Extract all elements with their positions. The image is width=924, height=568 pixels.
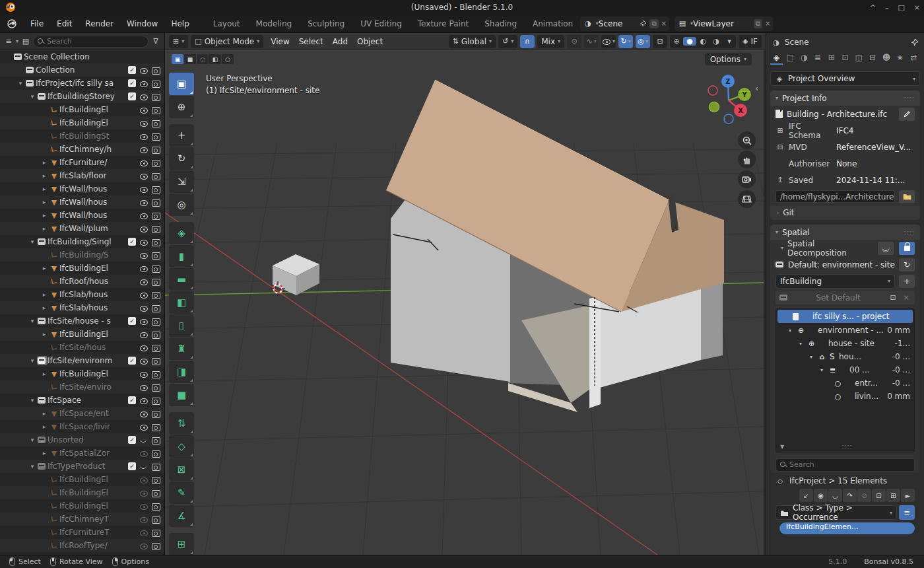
custom-object-tool[interactable]: ■ bbox=[169, 384, 194, 406]
git-subpanel[interactable]: › Git bbox=[770, 205, 920, 220]
visibility-eye-icon[interactable] bbox=[138, 396, 150, 405]
render-camera-icon[interactable] bbox=[150, 330, 162, 338]
render-camera-icon[interactable] bbox=[150, 92, 162, 100]
visibility-eye-icon[interactable] bbox=[138, 449, 150, 458]
shading-solid-button[interactable]: ● bbox=[683, 37, 696, 46]
render-camera-icon[interactable] bbox=[150, 79, 162, 87]
expand-arrow-icon[interactable] bbox=[40, 371, 49, 377]
expand-arrow-icon[interactable] bbox=[40, 450, 49, 456]
render-camera-icon[interactable] bbox=[150, 396, 162, 404]
zoom-button[interactable] bbox=[738, 131, 756, 149]
outliner-row[interactable]: IfcWall/hous bbox=[0, 182, 164, 195]
frame-elements-icon[interactable]: ⊞ bbox=[886, 489, 900, 502]
select-mode-circle[interactable]: ◌ bbox=[197, 54, 209, 64]
outliner-row[interactable]: IfcBuildingEl bbox=[0, 328, 164, 341]
furniture-tool[interactable]: ♜ bbox=[169, 337, 194, 360]
menu-item[interactable]: Help bbox=[164, 15, 195, 33]
outliner-row[interactable]: IfcBuilding/S bbox=[0, 248, 164, 262]
workspace-tab[interactable]: Shading bbox=[477, 15, 525, 33]
outliner-row[interactable]: IfcBuilding/Singl bbox=[0, 235, 164, 248]
expand-arrow-icon[interactable] bbox=[40, 186, 49, 192]
select-mode-box[interactable]: ■ bbox=[184, 54, 196, 64]
browse-file-button[interactable] bbox=[899, 190, 915, 203]
visibility-eye-icon[interactable] bbox=[138, 106, 150, 114]
workspace-tab[interactable]: Animation bbox=[525, 15, 575, 33]
explore-tool[interactable]: ◈ bbox=[169, 222, 194, 244]
tree-resize-handle[interactable]: ▼ bbox=[776, 441, 914, 452]
render-camera-icon[interactable] bbox=[150, 542, 162, 550]
visibility-eye-icon[interactable] bbox=[138, 159, 150, 167]
expand-arrow-icon[interactable] bbox=[40, 423, 49, 430]
expand-arrow-icon[interactable] bbox=[28, 318, 37, 324]
spatial-tree-row[interactable]: S hou... -0 ... bbox=[776, 350, 914, 363]
filter-icon[interactable]: ∇ bbox=[151, 37, 160, 46]
gizmos-toggle[interactable]: ↻▾ bbox=[618, 35, 633, 48]
expand-arrow-icon[interactable] bbox=[40, 304, 49, 311]
tab-quality[interactable]: ⊟ bbox=[867, 52, 879, 65]
expand-arrow-icon[interactable] bbox=[28, 93, 37, 100]
render-camera-icon[interactable] bbox=[150, 291, 162, 299]
collapse-hierarchy-icon[interactable]: ↙ bbox=[799, 489, 813, 502]
render-camera-icon[interactable] bbox=[150, 106, 162, 114]
visibility-eye-icon[interactable] bbox=[138, 92, 150, 101]
visibility-eye-icon[interactable] bbox=[138, 317, 150, 326]
outliner-row[interactable]: IfcRoofType/ bbox=[0, 539, 164, 552]
visibility-eye-icon[interactable] bbox=[138, 198, 150, 207]
render-camera-icon[interactable] bbox=[150, 489, 162, 497]
spatial-tree-row[interactable]: house - site -1... bbox=[776, 337, 914, 350]
viewport-menu-item[interactable]: View bbox=[266, 37, 294, 46]
render-camera-icon[interactable] bbox=[150, 436, 162, 444]
visibility-eye-icon[interactable] bbox=[138, 238, 150, 246]
render-camera-icon[interactable] bbox=[150, 343, 162, 351]
outliner-row[interactable]: IfcSpace/livir bbox=[0, 420, 164, 433]
viewport-menu-item[interactable]: Add bbox=[328, 37, 352, 46]
shading-material-button[interactable]: ◐ bbox=[696, 37, 710, 46]
menu-item[interactable]: File bbox=[24, 15, 50, 33]
render-camera-icon[interactable] bbox=[150, 502, 162, 510]
display-mode-icon[interactable]: ▤ bbox=[21, 37, 30, 46]
expand-arrow-icon[interactable] bbox=[28, 437, 37, 443]
structure-tool[interactable]: ⊠ bbox=[169, 458, 194, 481]
expand-arrow-icon[interactable] bbox=[40, 331, 49, 337]
visibility-eye-icon[interactable] bbox=[138, 502, 150, 511]
outliner-row[interactable]: IfcWall/hous bbox=[0, 209, 164, 222]
expand-arrow-icon[interactable] bbox=[40, 265, 49, 271]
delete-scene-button[interactable]: × bbox=[661, 20, 667, 27]
visibility-eye-icon[interactable] bbox=[138, 528, 150, 537]
render-camera-icon[interactable] bbox=[150, 159, 162, 166]
expand-arrow-icon[interactable] bbox=[28, 397, 37, 404]
visibility-eye-icon[interactable] bbox=[138, 476, 150, 484]
maximize-button[interactable]: □ bbox=[898, 3, 904, 12]
render-camera-icon[interactable] bbox=[150, 119, 162, 127]
xray-toggle[interactable]: ⊡ bbox=[653, 35, 667, 48]
visibility-eye-icon[interactable] bbox=[138, 277, 150, 286]
scale-tool[interactable]: ⇲ bbox=[169, 170, 194, 193]
outliner-row[interactable]: IfcWall/plum bbox=[0, 222, 164, 235]
outliner-row[interactable]: IfcSlab/hous bbox=[0, 301, 164, 314]
visibility-eye-icon[interactable] bbox=[138, 462, 150, 471]
ifc-mode-button[interactable]: ◈ IF bbox=[739, 35, 762, 48]
outliner-row[interactable]: IfcSite/environm bbox=[0, 354, 164, 367]
visibility-eye-icon[interactable] bbox=[138, 145, 150, 154]
outliner-row[interactable]: IfcBuildingSt bbox=[0, 129, 164, 143]
expand-arrow-icon[interactable] bbox=[40, 159, 49, 166]
outliner-row[interactable]: IfcBuildingEl bbox=[0, 262, 164, 275]
outliner-row[interactable]: IfcChimneyT bbox=[0, 513, 164, 526]
edit-project-button[interactable] bbox=[899, 108, 915, 121]
tree-expand-icon[interactable] bbox=[808, 354, 814, 360]
outliner-row[interactable]: IfcBuildingStorey bbox=[0, 90, 164, 103]
visibility-eye-icon[interactable] bbox=[138, 357, 150, 365]
visibility-eye-icon[interactable] bbox=[138, 383, 150, 392]
visibility-eye-icon[interactable] bbox=[138, 119, 150, 127]
link-elements-icon[interactable]: ⊘ bbox=[857, 489, 871, 502]
outliner-search[interactable] bbox=[33, 36, 148, 48]
expand-arrow-icon[interactable] bbox=[40, 212, 49, 219]
render-camera-icon[interactable] bbox=[150, 132, 162, 140]
expand-arrow-icon[interactable] bbox=[28, 238, 37, 245]
panel-category-dropdown[interactable]: ◈ Project Overview ▾ bbox=[770, 71, 920, 86]
viewport-menu-item[interactable]: Object bbox=[352, 37, 387, 46]
render-camera-icon[interactable] bbox=[150, 409, 162, 417]
visibility-eye-icon[interactable] bbox=[138, 172, 150, 180]
pin-window-button[interactable]: ^ bbox=[870, 3, 876, 12]
pivot-dropdown[interactable]: ↺ ▾ bbox=[498, 35, 517, 48]
